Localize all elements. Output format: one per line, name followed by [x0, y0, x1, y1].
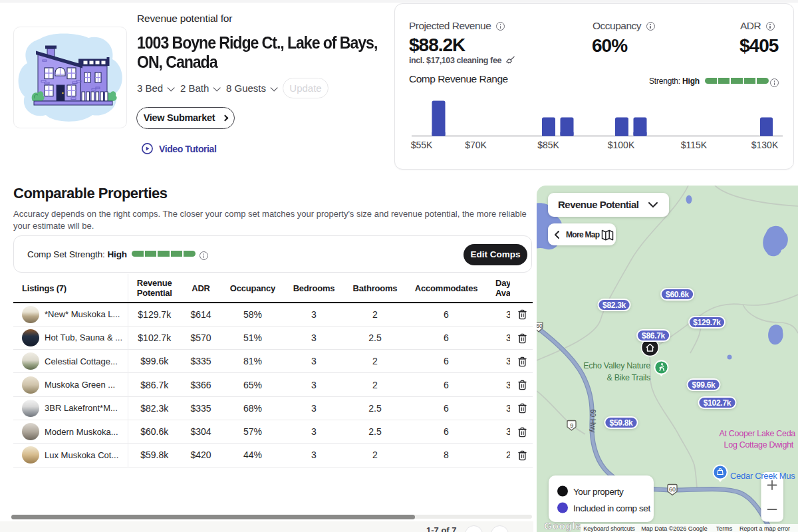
svg-text:Log Cottage Dwight: Log Cottage Dwight — [724, 440, 794, 450]
svg-text:60: 60 — [669, 486, 676, 493]
svg-text:Map Data ©2026 Google: Map Data ©2026 Google — [641, 525, 708, 532]
svg-text:9: 9 — [570, 422, 573, 429]
svg-text:Terms: Terms — [716, 525, 733, 532]
svg-text:Included in comp set: Included in comp set — [573, 503, 650, 513]
svg-text:At Cooper Lake Ceda: At Cooper Lake Ceda — [719, 429, 795, 438]
svg-text:Revenue Potential: Revenue Potential — [558, 199, 639, 210]
svg-text:Your property: Your property — [573, 487, 624, 497]
svg-text:$82.3k: $82.3k — [602, 301, 626, 310]
svg-text:Cedar Creek Mus: Cedar Creek Mus — [730, 471, 795, 481]
svg-text:Report a map error: Report a map error — [739, 525, 790, 532]
svg-text:Echo Valley Nature: Echo Valley Nature — [583, 361, 650, 370]
svg-text:$85K: $85K — [537, 140, 559, 150]
svg-text:$130K: $130K — [751, 140, 779, 150]
svg-text:& Bike Trails: & Bike Trails — [606, 373, 650, 382]
svg-text:Google: Google — [544, 520, 581, 531]
svg-text:$100K: $100K — [608, 140, 635, 150]
svg-text:More Map: More Map — [566, 230, 600, 239]
svg-text:$129.7k: $129.7k — [693, 318, 721, 327]
svg-text:$55K: $55K — [411, 140, 433, 150]
svg-text:$70K: $70K — [465, 140, 487, 150]
svg-text:$115K: $115K — [681, 140, 708, 150]
svg-text:$60.6k: $60.6k — [666, 290, 690, 299]
svg-text:$99.6k: $99.6k — [692, 380, 716, 390]
svg-text:Keyboard shortcuts: Keyboard shortcuts — [583, 525, 635, 532]
svg-text:60: 60 — [537, 323, 543, 329]
svg-text:$102.7k: $102.7k — [704, 398, 732, 408]
svg-text:$59.8k: $59.8k — [610, 418, 634, 428]
svg-text:60 Hwy: 60 Hwy — [589, 409, 597, 433]
svg-text:$86.7k: $86.7k — [642, 331, 666, 340]
